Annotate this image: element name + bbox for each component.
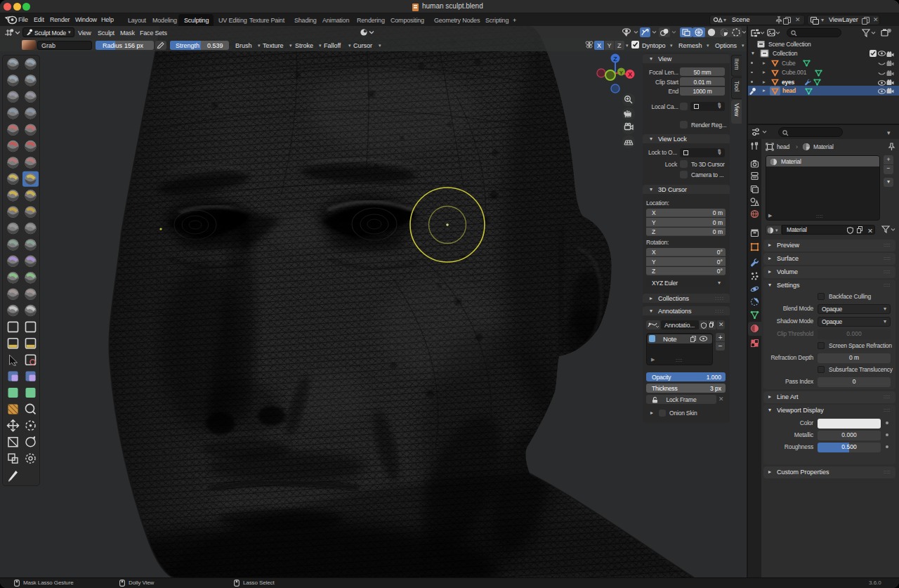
svg-text:Y: Y	[619, 70, 624, 76]
svg-text:Z: Z	[613, 55, 617, 63]
svg-text:X: X	[628, 71, 632, 78]
